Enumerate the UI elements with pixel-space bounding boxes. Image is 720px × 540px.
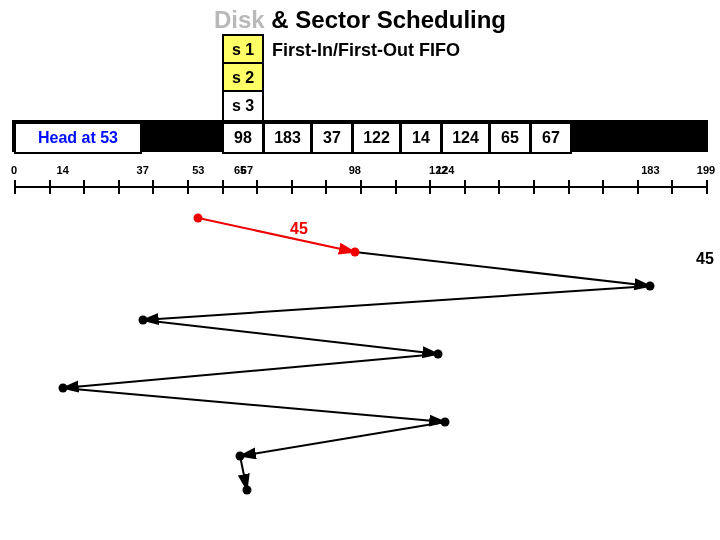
axis-tick-label: 37 (137, 164, 149, 176)
axis-tick-label: 183 (641, 164, 659, 176)
page-title: Disk & Sector Scheduling (0, 6, 720, 34)
seek-point (194, 214, 203, 223)
svg-line-6 (240, 422, 445, 456)
seek-point (350, 248, 359, 257)
axis-tick-label: 0 (11, 164, 17, 176)
axis-tick-label: 124 (436, 164, 454, 176)
seek-point (646, 282, 655, 291)
axis-tick-label: 14 (57, 164, 69, 176)
axis-tick-label: 199 (697, 164, 715, 176)
diagram-root: Disk & Sector Scheduling First-In/First-… (0, 0, 720, 540)
first-seek-distance-side: 45 (696, 250, 714, 268)
subtitle-a: First-In/First-Out (272, 40, 414, 60)
axis-tick-label: 53 (192, 164, 204, 176)
seek-point (236, 452, 245, 461)
seek-point (434, 350, 443, 359)
queue-cell-5: 124 (441, 122, 490, 154)
head-position-label: Head at 53 (38, 129, 118, 147)
seek-point (138, 316, 147, 325)
algo-subtitle: First-In/First-Out FIFO (272, 40, 460, 61)
queue-cell-2: 37 (311, 122, 353, 154)
axis-tick-label: 98 (349, 164, 361, 176)
svg-line-3 (143, 320, 439, 354)
seek-point (242, 486, 251, 495)
svg-line-2 (143, 286, 651, 320)
axis-tick-label: 67 (241, 164, 253, 176)
seek-point (441, 418, 450, 427)
head-position-box: Head at 53 (14, 122, 142, 154)
title-rest: Sector Scheduling (295, 6, 506, 33)
cylinder-axis: 0143753656798122124183199 (14, 174, 706, 200)
seek-path (0, 0, 720, 540)
title-amp: & (265, 6, 296, 33)
svg-line-1 (355, 252, 651, 286)
seek-point (58, 384, 67, 393)
queue-cell-7: 67 (530, 122, 572, 154)
svg-line-0 (198, 218, 354, 252)
title-muted: Disk (214, 6, 265, 33)
queue-cell-0: 98 (222, 122, 264, 154)
subtitle-b: FIFO (419, 40, 460, 60)
queue-cell-1: 183 (263, 122, 312, 154)
stack-s3: s 3 (222, 90, 264, 122)
queue-cell-6: 65 (489, 122, 531, 154)
queue-cell-3: 122 (352, 122, 401, 154)
svg-line-5 (63, 388, 446, 422)
queue-cell-4: 14 (400, 122, 442, 154)
first-seek-distance-inline: 45 (290, 220, 308, 238)
svg-line-4 (63, 354, 439, 388)
